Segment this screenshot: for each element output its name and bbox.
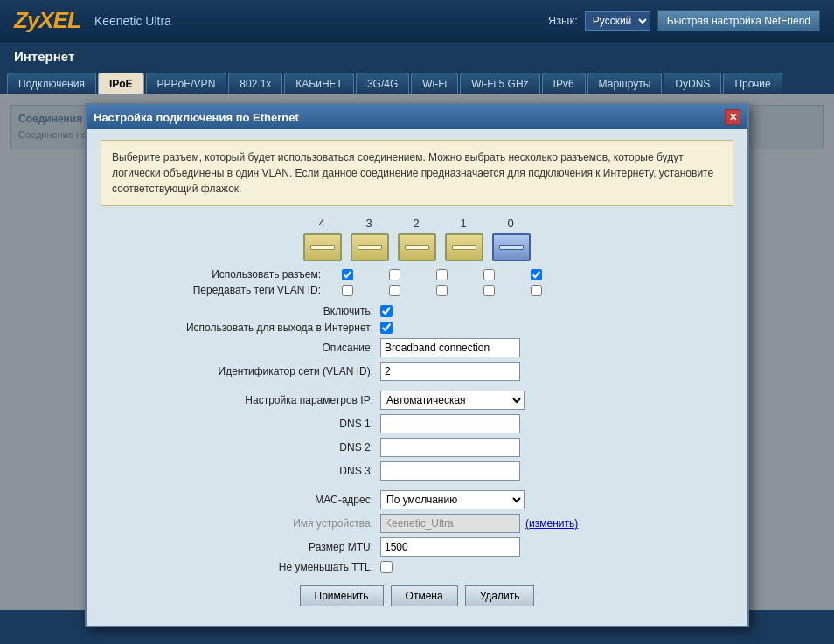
- dns1-input[interactable]: [380, 414, 520, 433]
- ip-settings-label: Настройка параметров IP:: [101, 394, 380, 406]
- header-right: Язык: Русский Быстрая настройка NetFrien…: [548, 10, 820, 31]
- port-icon-4[interactable]: [303, 233, 342, 261]
- page-title: Интернет: [14, 49, 820, 69]
- vlan-checkbox-1[interactable]: [483, 285, 495, 296]
- port-icon-3[interactable]: [351, 233, 389, 261]
- mac-row: МАС-адрес: По умолчанию Другой: [101, 490, 733, 509]
- mtu-row: Размер MTU:: [101, 537, 733, 557]
- tab-pppoevpn[interactable]: PPPoE/VPN: [146, 73, 227, 94]
- description-input[interactable]: [380, 338, 520, 357]
- ip-settings-select[interactable]: Автоматическая Статическая Без IP-адреса: [380, 391, 525, 410]
- use-port-cb-3: [375, 269, 414, 280]
- port-icon-1[interactable]: [445, 233, 483, 261]
- mtu-label: Размер MTU:: [101, 541, 380, 553]
- main-content: Соединения Соединение неактивно. Для нас…: [0, 94, 834, 610]
- port-notch-2: [405, 245, 429, 250]
- ip-settings-row: Настройка параметров IP: Автоматическая …: [101, 391, 733, 410]
- device-name-label: Имя устройства:: [101, 517, 380, 530]
- port-icon-2[interactable]: [398, 233, 436, 261]
- buttons-row: Применить Отмена Удалить: [101, 585, 733, 615]
- tabs-container: ПодключенияIPoEPPPoE/VPN802.1xКАБиНЕТ3G/…: [0, 69, 782, 94]
- vlan-checkbox-3[interactable]: [389, 285, 400, 296]
- port-num-3: 3: [350, 217, 388, 230]
- mac-label: МАС-адрес:: [101, 494, 380, 506]
- port-notch-4: [310, 245, 335, 250]
- description-label: Описание:: [101, 342, 380, 354]
- use-port-cb-2: [422, 269, 461, 280]
- vlan-id-label: Идентификатор сети (VLAN ID):: [101, 365, 380, 377]
- lang-select[interactable]: Русский: [585, 11, 650, 31]
- port-num-1: 1: [444, 217, 483, 230]
- mtu-input[interactable]: [380, 537, 520, 557]
- description-row: Описание:: [101, 338, 733, 357]
- header-left: ZyXEL Keenetic Ultra: [14, 7, 171, 34]
- dns3-row: DNS 3:: [101, 461, 733, 481]
- use-port-checkbox-2[interactable]: [436, 269, 448, 280]
- vlan-id-input[interactable]: [380, 362, 520, 381]
- dns2-row: DNS 2:: [101, 438, 733, 457]
- tab-wifi5ghz[interactable]: Wi-Fi 5 GHz: [460, 73, 539, 94]
- port-numbers: 4 3 2 1 0: [302, 217, 532, 230]
- vlan-checkbox-0[interactable]: [531, 285, 542, 296]
- tab-[interactable]: КАБиНЕТ: [284, 73, 354, 94]
- dns2-input[interactable]: [380, 438, 520, 457]
- tab-ipv6[interactable]: IPv6: [542, 73, 586, 94]
- vlan-cb-3: [375, 285, 414, 296]
- header: ZyXEL Keenetic Ultra Язык: Русский Быстр…: [0, 0, 834, 42]
- port-icon-0[interactable]: [492, 233, 531, 261]
- vlan-checkbox-2[interactable]: [436, 285, 448, 296]
- port-num-4: 4: [302, 217, 341, 230]
- ttl-label: Не уменьшать TTL:: [101, 561, 380, 573]
- internet-label: Использовать для выхода в Интернет:: [101, 322, 380, 334]
- modal-close-button[interactable]: ✕: [725, 109, 740, 125]
- vlan-cb-2: [422, 285, 461, 296]
- dns1-label: DNS 1:: [101, 418, 380, 430]
- modal-titlebar: Настройка подключения по Ethernet ✕: [87, 105, 747, 129]
- internet-checkbox[interactable]: [380, 322, 393, 334]
- port-notch-1: [452, 245, 476, 250]
- modal-overlay: Настройка подключения по Ethernet ✕ Выбе…: [0, 94, 834, 610]
- vlan-cb-0: [517, 285, 555, 296]
- modal-body: Выберите разъем, который будет использов…: [87, 129, 747, 626]
- use-port-checkbox-3[interactable]: [389, 269, 400, 280]
- apply-button[interactable]: Применить: [300, 585, 384, 606]
- dns3-input[interactable]: [380, 461, 520, 481]
- device-name-change-link[interactable]: (изменить): [525, 517, 578, 530]
- port-notch-3: [358, 245, 382, 250]
- tab-wifi[interactable]: Wi-Fi: [411, 73, 458, 94]
- ethernet-settings-modal: Настройка подключения по Ethernet ✕ Выбе…: [85, 103, 749, 627]
- enable-checkbox[interactable]: [380, 305, 393, 317]
- modal-title: Настройка подключения по Ethernet: [94, 111, 299, 124]
- use-port-checkboxes: [328, 269, 555, 280]
- mac-select[interactable]: По умолчанию Другой: [380, 490, 525, 509]
- tab-[interactable]: Прочие: [723, 73, 782, 94]
- use-port-checkbox-0[interactable]: [531, 269, 542, 280]
- tab-[interactable]: Подключения: [7, 73, 96, 94]
- vlan-checkbox-4[interactable]: [342, 285, 353, 296]
- cancel-button[interactable]: Отмена: [391, 585, 458, 606]
- ttl-checkbox[interactable]: [380, 561, 393, 573]
- dns2-label: DNS 2:: [101, 441, 380, 454]
- port-section: 4 3 2 1 0: [101, 217, 733, 261]
- tab-ipoe[interactable]: IPoE: [98, 73, 144, 94]
- tabs-bar: ПодключенияIPoEPPPoE/VPN802.1xКАБиНЕТ3G/…: [0, 69, 834, 94]
- tab-dydns[interactable]: DyDNS: [664, 73, 721, 94]
- logo-model: Keenetic Ultra: [94, 14, 171, 28]
- use-port-label: Использовать разъем:: [101, 268, 328, 280]
- dns3-label: DNS 3:: [101, 465, 380, 477]
- use-port-checkbox-1[interactable]: [483, 269, 495, 280]
- use-port-cb-1: [469, 269, 508, 280]
- enable-label: Включить:: [101, 305, 380, 317]
- port-num-2: 2: [397, 217, 435, 230]
- tab-[interactable]: Маршруты: [587, 73, 663, 94]
- vlan-label: Передавать теги VLAN ID:: [101, 284, 328, 296]
- internet-row: Использовать для выхода в Интернет:: [101, 322, 733, 334]
- delete-button[interactable]: Удалить: [465, 585, 535, 606]
- sub-header: Интернет: [0, 42, 834, 69]
- tab-3g4g[interactable]: 3G/4G: [356, 73, 409, 94]
- use-port-cb-4: [328, 269, 366, 280]
- quick-setup-button[interactable]: Быстрая настройка NetFriend: [657, 10, 820, 31]
- enable-row: Включить:: [101, 305, 733, 317]
- use-port-checkbox-4[interactable]: [342, 269, 353, 280]
- tab-8021x[interactable]: 802.1x: [228, 73, 282, 94]
